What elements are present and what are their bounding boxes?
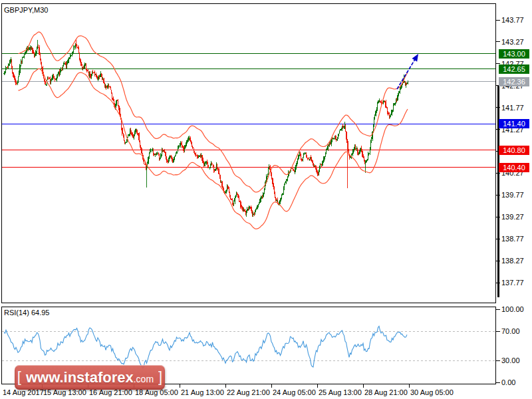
rsi-tick-label: 0.00 xyxy=(501,378,515,387)
price-badge-141.40: 141.40 xyxy=(499,119,529,128)
price-tick-label: 139.77 xyxy=(501,191,524,200)
price-tick-label: 139.27 xyxy=(501,213,524,221)
price-tick-label: 138.27 xyxy=(501,257,524,265)
price-tick-label: 143.77 xyxy=(501,16,524,25)
time-axis-label: 21 Aug 13:00 xyxy=(181,388,224,396)
price-badge-140.40: 140.40 xyxy=(499,163,529,172)
instaforex-logo: [www.instaforex.com] xyxy=(15,365,165,390)
logo-site-name: www.instaforex xyxy=(26,369,134,386)
price-badge-142.36: 142.36 xyxy=(499,77,529,86)
rsi-tick-label: 100.00 xyxy=(501,305,524,314)
chart-window: GBPJPY,M30 RSI(14) 64.95 143.77143.27142… xyxy=(0,0,532,399)
time-axis-label: 30 Aug 05:00 xyxy=(410,388,454,396)
price-tick-label: 141.77 xyxy=(501,104,524,112)
logo-tld: .com xyxy=(134,374,154,384)
price-tick-label: 137.77 xyxy=(501,279,524,287)
price-badge-143.00: 143.00 xyxy=(499,49,529,59)
time-axis-label: 28 Aug 21:00 xyxy=(364,388,408,396)
price-badge-140.80: 140.80 xyxy=(499,146,529,155)
price-tick-label: 143.27 xyxy=(501,38,524,47)
rsi-tick-label: 30.00 xyxy=(501,356,520,365)
main-chart-panel[interactable] xyxy=(1,3,496,303)
time-axis-label: 25 Aug 13:00 xyxy=(319,388,362,396)
symbol-timeframe-label: GBPJPY,M30 xyxy=(4,6,48,14)
price-badge-142.65: 142.65 xyxy=(499,65,529,74)
price-tick-label: 138.77 xyxy=(501,235,524,243)
time-axis-label: 24 Aug 05:00 xyxy=(273,388,316,396)
rsi-indicator-label: RSI(14) 64.95 xyxy=(4,309,49,317)
rsi-tick-label: 70.00 xyxy=(501,327,520,336)
logo-bracket-left: [ xyxy=(17,368,21,386)
logo-bracket-right: ] xyxy=(158,368,162,386)
time-axis-label: 22 Aug 21:00 xyxy=(227,388,270,396)
scale-drag-bar[interactable] xyxy=(497,86,499,297)
